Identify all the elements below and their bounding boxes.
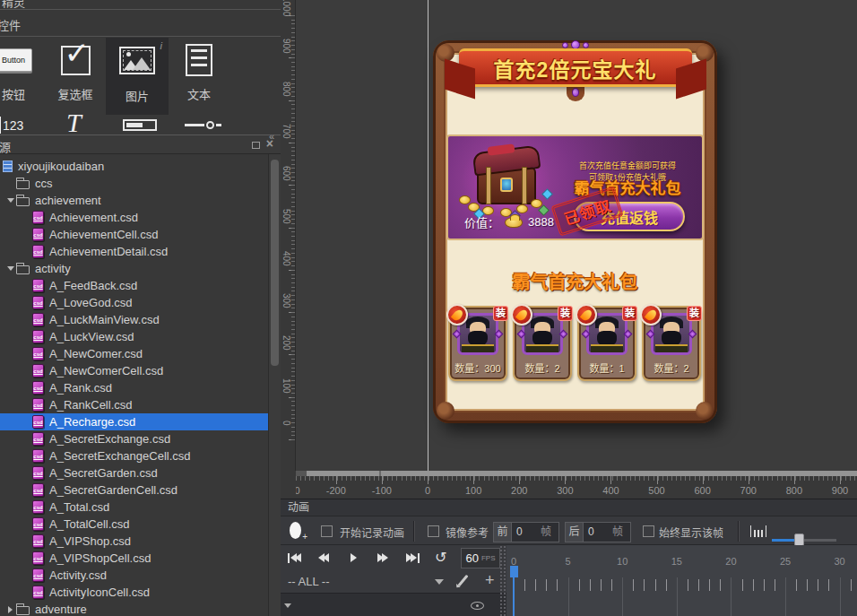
before-value[interactable]: 0 (512, 523, 541, 542)
tree-item[interactable]: ccs (0, 175, 268, 192)
next-frame-button[interactable] (377, 552, 388, 563)
tree-item[interactable]: csdA_Recharge.csd (0, 413, 268, 430)
slider-widget-icon[interactable] (185, 124, 221, 126)
csd-file-icon: csd (32, 381, 44, 395)
play-button[interactable] (351, 552, 357, 563)
always-show-checkbox[interactable] (643, 525, 654, 537)
animation-panel: 动画 开始记录动画 镜像参考 前 0 帧 后 0 帧 始终显示该帧 (281, 499, 857, 616)
tree-item[interactable]: csdA_NewComerCell.csd (0, 362, 268, 379)
tree-item[interactable]: csdA_TotalCell.csd (0, 516, 268, 533)
tree-item-label: A_VIPShopCell.csd (49, 551, 151, 565)
tree-item[interactable]: csdA_SecretGarden.csd (0, 464, 268, 482)
mirror-checkbox[interactable] (428, 525, 439, 537)
expand-track-icon[interactable] (284, 603, 291, 608)
tree-item-label: A_NewComerCell.csd (49, 364, 163, 377)
tree-item[interactable]: csdAchievementDetail.csd (0, 243, 268, 260)
tree-scrollbar[interactable] (268, 154, 281, 616)
toolbox-section-sprites[interactable]: 精灵 (0, 0, 281, 10)
tree-item[interactable]: csdA_LuckView.csd (0, 328, 268, 345)
edit-animation-icon[interactable] (458, 575, 469, 586)
widget-tile-image[interactable]: i 图片 (106, 38, 169, 115)
track-filter-dropdown[interactable]: -- ALL -- (288, 575, 329, 588)
tree-item[interactable]: csdA_VIPShop.csd (0, 533, 268, 550)
record-animation-icon[interactable] (290, 522, 301, 539)
timeline-area[interactable]: 051015202530 (506, 545, 857, 616)
frames-before-input[interactable]: 前 0 帧 (493, 522, 559, 542)
h-ruler-tick (794, 476, 795, 484)
fps-value[interactable]: 60 (465, 551, 478, 565)
progressbar-widget-icon[interactable] (123, 119, 157, 131)
float-panel-icon[interactable] (252, 142, 260, 149)
after-value[interactable]: 0 (584, 523, 612, 542)
collapse-arrow-icon[interactable] (4, 198, 16, 203)
tree-item[interactable]: csdA_SecretGardenCell.csd (0, 482, 268, 499)
card-quantity-label: 数量：1 (579, 360, 635, 375)
widget-tile-checkbox[interactable]: ✓ 复选框 (46, 39, 105, 113)
tree-item[interactable]: csdA_SecretExchangeCell.csd (0, 447, 268, 464)
timeline-frame-number: 30 (834, 556, 844, 567)
tree-item[interactable]: csdAchievement.csd (0, 209, 268, 226)
tree-scrollbar-thumb[interactable] (271, 160, 279, 366)
value-label: 价值： (464, 213, 499, 230)
add-animation-icon[interactable]: + (485, 571, 495, 590)
tree-item[interactable]: csdA_NewComer.csd (0, 345, 268, 362)
skip-to-end-button[interactable] (406, 552, 420, 563)
tree-item[interactable]: csdA_Rank.csd (0, 379, 268, 396)
track-list-row[interactable] (281, 593, 506, 616)
toolbox-row-2: 123 T (0, 109, 281, 136)
tree-item[interactable]: csdA_SecretExchange.csd (0, 430, 268, 447)
fps-input[interactable]: 60 FPS (461, 548, 500, 568)
prev-frame-button[interactable] (318, 552, 329, 563)
v-ruler-label: 300 (281, 293, 291, 329)
collapse-panel-icon[interactable]: « (269, 131, 274, 142)
tree-item[interactable]: adventure (0, 601, 268, 616)
collapse-arrow-icon[interactable] (4, 266, 16, 271)
timeline-gridline (731, 577, 731, 616)
h-ruler-label: -100 (372, 485, 392, 496)
label-widget-icon[interactable]: T (66, 108, 82, 138)
portrait-robe (591, 344, 623, 352)
textfield-widget-icon[interactable]: 123 (0, 117, 23, 134)
timeline-zoom-slider[interactable] (772, 539, 836, 542)
separator (413, 521, 414, 542)
widget-tile-text[interactable]: 文本 (169, 39, 229, 113)
tree-item[interactable]: achievement (0, 192, 268, 209)
timeline-frame-number: 5 (566, 556, 571, 567)
tree-item-label: A_SecretGarden.csd (49, 466, 158, 480)
tree-item[interactable]: xiyoujikoudaiban (0, 158, 268, 175)
dropdown-caret-icon[interactable] (435, 579, 444, 585)
reward-card[interactable]: 装数量：1 (577, 306, 636, 381)
h-ruler-tick (840, 476, 841, 484)
tree-item-label: A_LoveGod.csd (49, 296, 133, 309)
tree-item[interactable]: activity (0, 260, 268, 277)
reward-card[interactable]: 装数量：2 (642, 306, 701, 381)
tree-item[interactable]: csdA_LuckMainView.csd (0, 311, 268, 328)
tree-item[interactable]: csdActivity.csd (0, 567, 268, 584)
timeline-frame-number: 25 (780, 556, 791, 567)
record-checkbox[interactable] (321, 525, 333, 537)
reward-card[interactable]: 装数量：300 (448, 306, 507, 381)
frames-after-input[interactable]: 后 0 帧 (565, 522, 631, 542)
tree-item[interactable]: csdA_Total.csd (0, 499, 268, 516)
frame-corner-ornament (437, 402, 454, 420)
toolbox-section-widgets[interactable]: 控件 (0, 11, 281, 37)
tree-item[interactable]: csdA_VIPShopCell.csd (0, 550, 268, 567)
tree-item[interactable]: csdAchievementCell.csd (0, 226, 268, 243)
panel-splitter-dots[interactable] (499, 545, 506, 616)
tree-item[interactable]: csdA_LoveGod.csd (0, 294, 268, 311)
tree-item[interactable]: csdA_RankCell.csd (0, 396, 268, 413)
tree-item[interactable]: csdActivityIconCell.csd (0, 584, 268, 601)
tree-item[interactable]: csdA_FeedBack.csd (0, 277, 268, 294)
tree-item-label: activity (35, 262, 71, 275)
zoom-slider-knob[interactable] (794, 534, 804, 546)
card-quantity-label: 数量：2 (515, 360, 570, 375)
widget-tile-button[interactable]: Button 按钮 (0, 39, 43, 113)
loop-playback-icon[interactable]: ↺ (435, 549, 446, 566)
preview-recharge-dialog[interactable]: 首充2倍元宝大礼 (433, 40, 717, 423)
skip-to-start-button[interactable] (288, 552, 301, 563)
card-quantity-label: 数量：300 (450, 360, 506, 375)
expand-arrow-icon[interactable] (4, 606, 16, 613)
visibility-eye-icon[interactable] (471, 602, 484, 610)
design-canvas[interactable]: 首充2倍元宝大礼 (296, 0, 857, 471)
reward-card[interactable]: 装数量：2 (513, 306, 572, 381)
